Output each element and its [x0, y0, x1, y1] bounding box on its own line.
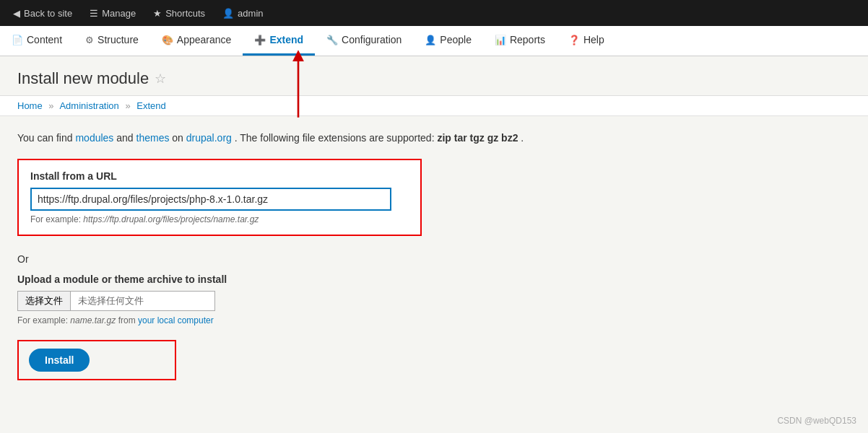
url-hint-example: https://ftp.drupal.org/files/projects/na…	[83, 214, 259, 224]
themes-link[interactable]: themes	[136, 132, 170, 144]
back-to-site-label: Back to site	[24, 8, 72, 19]
install-button[interactable]: Install	[29, 349, 90, 372]
tab-configuration[interactable]: 🔧 Configuration	[315, 26, 413, 56]
admin-label: admin	[238, 8, 263, 19]
content-area: You can find modules and themes on drupa…	[0, 116, 868, 395]
tab-structure-label: Structure	[97, 34, 139, 45]
manage-label: Manage	[102, 8, 136, 19]
star-icon: ★	[153, 8, 162, 19]
url-hint-text: For example:	[30, 214, 83, 224]
page-header: Install new module ☆	[0, 56, 868, 96]
file-input-wrapper: 选择文件 未选择任何文件	[17, 291, 851, 311]
tab-reports-label: Reports	[510, 34, 545, 45]
manage-icon: ☰	[90, 8, 98, 19]
admin-user-link[interactable]: 👤 admin	[215, 5, 270, 22]
upload-hint-example: name.tar.gz	[70, 315, 116, 325]
install-url-label: Install from a URL	[30, 170, 409, 182]
description-text: You can find modules and themes on drupa…	[17, 131, 851, 146]
desc-part3: on	[172, 132, 186, 144]
tab-appearance-label: Appearance	[177, 34, 232, 45]
appearance-icon: 🎨	[162, 35, 173, 45]
manage-link[interactable]: ☰ Manage	[82, 5, 143, 22]
people-icon: 👤	[425, 35, 436, 45]
help-icon: ❓	[568, 35, 580, 45]
upload-section: Upload a module or theme archive to inst…	[17, 274, 851, 325]
tab-extend[interactable]: ➕ Extend	[243, 26, 315, 56]
or-divider: Or	[17, 253, 851, 265]
shortcuts-link[interactable]: ★ Shortcuts	[146, 5, 212, 22]
tab-help-label: Help	[583, 34, 604, 45]
tab-reports[interactable]: 📊 Reports	[483, 26, 557, 56]
favorite-star-icon[interactable]: ☆	[155, 71, 166, 87]
breadcrumb-sep-1: »	[48, 100, 53, 111]
breadcrumb: Home » Administration » Extend	[0, 96, 868, 116]
breadcrumb-admin-link[interactable]: Administration	[59, 100, 118, 111]
content-icon: 📄	[12, 35, 23, 45]
main-nav: 📄 Content ⚙ Structure 🎨 Appearance ➕ Ext…	[0, 26, 868, 56]
desc-part1: You can find	[17, 132, 75, 144]
file-name-display: 未选择任何文件	[71, 291, 215, 311]
tab-structure[interactable]: ⚙ Structure	[74, 26, 150, 56]
tab-people[interactable]: 👤 People	[413, 26, 483, 56]
reports-icon: 📊	[495, 35, 506, 45]
tab-help[interactable]: ❓ Help	[557, 26, 616, 56]
admin-bar: ◀ Back to site ☰ Manage ★ Shortcuts 👤 ad…	[0, 0, 868, 26]
url-input[interactable]	[30, 188, 391, 211]
back-arrow-icon: ◀	[13, 8, 20, 19]
tab-extend-label: Extend	[269, 34, 303, 45]
url-hint: For example: https://ftp.drupal.org/file…	[30, 214, 409, 224]
configuration-icon: 🔧	[326, 35, 338, 45]
shortcuts-label: Shortcuts	[165, 8, 205, 19]
upload-hint: For example: name.tar.gz from your local…	[17, 315, 851, 325]
breadcrumb-extend-link[interactable]: Extend	[136, 100, 165, 111]
supported-extensions: zip tar tgz gz bz2	[437, 132, 518, 144]
tab-configuration-label: Configuration	[342, 34, 402, 45]
desc-end: .	[521, 132, 524, 144]
breadcrumb-home-link[interactable]: Home	[17, 100, 43, 111]
install-button-section: Install	[17, 340, 176, 380]
structure-icon: ⚙	[85, 35, 94, 45]
modules-link[interactable]: modules	[75, 132, 113, 144]
user-icon: 👤	[222, 8, 234, 19]
desc-part4: . The following file extensions are supp…	[235, 132, 438, 144]
tab-people-label: People	[440, 34, 472, 45]
page-title: Install new module ☆	[17, 69, 851, 88]
drupal-org-link[interactable]: drupal.org	[186, 132, 232, 144]
local-computer-link[interactable]: your local computer	[138, 315, 214, 325]
back-to-site-link[interactable]: ◀ Back to site	[6, 5, 79, 22]
choose-file-button[interactable]: 选择文件	[17, 291, 71, 311]
extend-icon: ➕	[254, 35, 266, 45]
install-from-url-section: Install from a URL For example: https://…	[17, 159, 422, 236]
tab-appearance[interactable]: 🎨 Appearance	[150, 26, 243, 56]
tab-content[interactable]: 📄 Content	[0, 26, 74, 56]
upload-hint-middle: from	[118, 315, 138, 325]
tab-content-label: Content	[27, 34, 62, 45]
upload-hint-text: For example:	[17, 315, 70, 325]
desc-part2: and	[116, 132, 136, 144]
upload-label: Upload a module or theme archive to inst…	[17, 274, 851, 285]
breadcrumb-sep-2: »	[125, 100, 130, 111]
